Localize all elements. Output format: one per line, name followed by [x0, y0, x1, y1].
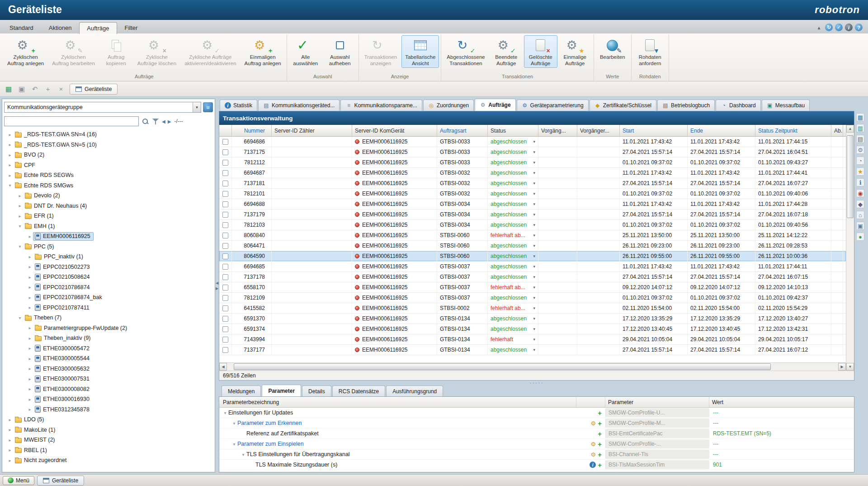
detail-tab-ausführungsgrund[interactable]: Ausführungsgrund [386, 386, 443, 396]
status-dropdown-icon[interactable]: ▾ [533, 337, 535, 342]
status-dropdown-icon[interactable]: ▾ [533, 285, 535, 290]
tree-item-ethe0312345878[interactable]: ▸ETHE0312345878 [4, 405, 213, 415]
tree-item-eppc0210787411[interactable]: ▸EPPC0210787411 [4, 303, 213, 313]
status-dropdown-icon[interactable]: ▾ [533, 191, 535, 196]
tree-item-ethe0300005544[interactable]: ▸ETHE0300005544 [4, 353, 213, 364]
tree-item-eppc0210508624[interactable]: ▸EPPC0210508624 [4, 272, 213, 282]
table-row[interactable]: 7137177EEMH0006116925GTBSI-0134abgeschlo… [219, 345, 846, 355]
tree-item-rbel-1[interactable]: ▸RBEL (1) [4, 445, 213, 456]
group-manage-button[interactable]: ≡ [203, 102, 213, 112]
column-header-parameterbezeichnung[interactable]: Parameterbezeichnung [219, 397, 576, 407]
menu-tab-filter[interactable]: Filter [117, 22, 146, 33]
expand-icon[interactable]: ▸ [7, 417, 13, 422]
expand-icon[interactable]: ▸ [7, 448, 13, 453]
status-dropdown-icon[interactable]: ▾ [533, 306, 535, 310]
tree-item-ethe0300005472[interactable]: ▸ETHE0300005472 [4, 343, 213, 354]
table-row[interactable]: 8064471EEMH0006116925STBSI-0060abgeschlo… [219, 241, 846, 251]
detail-tab-rcs-datensätze[interactable]: RCS Datensätze [332, 386, 385, 396]
table-row[interactable]: 6694685EEMH0006116925GTBSI-0037abgeschlo… [219, 262, 846, 272]
row-checkbox[interactable] [222, 170, 228, 176]
detail-tab-details[interactable]: Details [302, 386, 331, 396]
table-row[interactable]: 8064590EEMH0006116925STBSI-0060abgeschlo… [219, 251, 846, 262]
row-checkbox[interactable] [222, 295, 228, 301]
row-checkbox[interactable] [222, 264, 228, 270]
add-icon[interactable]: + [598, 451, 602, 458]
row-checkbox[interactable] [222, 243, 228, 249]
column-header-vorgaenger[interactable]: Vorgänger... [577, 125, 620, 136]
parameter-row[interactable]: ▾Einstellungen für Updates+SMGW-ComProfi… [219, 408, 854, 418]
vertical-scrollbar[interactable]: ▲ ▼ [846, 125, 854, 371]
scroll-left-icon[interactable]: ◀ [219, 363, 227, 371]
ribbon-button-einmalige-aufträge[interactable]: ⚙★Einmalige Aufträge [558, 35, 592, 68]
status-dropdown-icon[interactable]: ▾ [533, 295, 535, 300]
info-icon[interactable]: i [845, 24, 853, 31]
tree-item-_rds-test.gwa-sn4-16[interactable]: ▸_RDS-TEST.GWA SN=4 (16) [4, 129, 213, 140]
tree-item-devolo-2[interactable]: ▸Devolo (2) [4, 191, 213, 201]
row-checkbox[interactable] [222, 274, 228, 280]
table-row[interactable]: 8060840EEMH0006116925STBSI-0060fehlerhaf… [219, 230, 846, 241]
gear-icon[interactable]: ⚙ [591, 441, 596, 447]
status-dropdown-icon[interactable]: ▾ [533, 316, 535, 321]
menu-button[interactable]: Menü [3, 476, 34, 485]
column-header-status_zeitpunkt[interactable]: Status Zeitpunkt [755, 125, 831, 136]
collapse-icon[interactable]: ▾ [17, 315, 23, 320]
table-row[interactable]: 6694686EEMH0006116925GTBSI-0033abgeschlo… [219, 137, 846, 147]
row-checkbox[interactable] [222, 149, 228, 155]
parameter-row[interactable]: ▾Parameter zum Einspielen⚙+SMGW-ComProfi… [219, 439, 854, 449]
tree-item-ppc-5[interactable]: ▾PPC (5) [4, 242, 213, 252]
status-dropdown-icon[interactable]: ▾ [533, 202, 535, 206]
prev-match-icon[interactable]: ◀ [162, 119, 165, 124]
expand-icon[interactable]: ▸ [7, 152, 13, 157]
tree-item-ethe0300007531[interactable]: ▸ETHE0300007531 [4, 374, 213, 384]
detail-tab-meldungen[interactable]: Meldungen [222, 386, 261, 396]
expand-icon[interactable]: ▸ [17, 203, 23, 208]
tree-item-ldo-5[interactable]: ▸LDO (5) [4, 415, 213, 425]
status-dropdown-icon[interactable]: ▾ [533, 327, 535, 331]
next-match-icon[interactable]: ▶ [168, 119, 171, 124]
tree-item-makolite-1[interactable]: ▸MakoLite (1) [4, 425, 213, 435]
expand-icon[interactable]: ▸ [27, 346, 33, 351]
tree-item-eppc0210502273[interactable]: ▸EPPC0210502273 [4, 262, 213, 272]
delete-icon[interactable]: × [57, 85, 65, 93]
row-checkbox[interactable] [222, 253, 228, 259]
row-checkbox[interactable] [222, 222, 228, 228]
ribbon-button-alle-auswählen[interactable]: ✓Alle auswählen [289, 35, 322, 68]
ribbon-button-beendete-aufträge[interactable]: ⚙✓Beendete Aufträge [490, 35, 523, 68]
tab-betriebslogbuch[interactable]: ▤Betriebslogbuch [657, 100, 715, 111]
expand-icon[interactable]: ▸ [27, 254, 33, 259]
menu-tab-aufträge[interactable]: Aufträge [79, 22, 117, 34]
tree-item-bvo-2[interactable]: ▸BVO (2) [4, 150, 213, 160]
row-checkbox[interactable] [222, 326, 228, 332]
help-icon[interactable]: ? [855, 24, 863, 31]
row-checkbox[interactable] [222, 285, 228, 291]
tree-item-echte-rds-segws[interactable]: ▸Echte RDS SEGWs [4, 170, 213, 181]
ribbon-button-tabellarische-ansicht[interactable]: Tabellarische Ansicht [401, 35, 439, 68]
add-icon[interactable]: + [598, 441, 602, 448]
panel-cert-icon[interactable]: ◆ [856, 200, 864, 208]
tree-item-nicht-zugeordnet[interactable]: ▸Nicht zugeordnet [4, 455, 213, 466]
tree-item-theben-7[interactable]: ▾Theben (7) [4, 313, 213, 323]
add-icon[interactable]: + [44, 85, 52, 93]
column-header-start[interactable]: Start [620, 125, 688, 136]
column-header-ab[interactable]: Ab... [831, 125, 843, 136]
expand-icon[interactable]: ▸ [27, 336, 33, 341]
document-chip[interactable]: Geräteliste [70, 84, 118, 95]
tree-item-dnt-dr.-neuhaus-4[interactable]: ▸DNT Dr. Neuhaus (4) [4, 201, 213, 211]
status-dropdown-icon[interactable]: ▾ [533, 160, 535, 165]
collapse-icon[interactable]: ▾ [231, 421, 237, 426]
expand-icon[interactable]: ▸ [7, 162, 13, 167]
add-icon[interactable]: + [598, 420, 602, 427]
panel-pin-icon[interactable]: ◉ [856, 189, 864, 197]
save-icon[interactable]: ▣ [18, 85, 26, 93]
search-icon[interactable] [141, 117, 149, 125]
expand-icon[interactable]: ▸ [7, 132, 13, 137]
status-dropdown-icon[interactable]: ▾ [533, 254, 535, 258]
panel-info-icon[interactable]: ℹ [856, 178, 864, 186]
table-row[interactable]: 6558170EEMH0006116925GTBSI-0037fehlerhaf… [219, 282, 846, 293]
expand-icon[interactable]: ▸ [27, 285, 33, 290]
expand-icon[interactable]: ▸ [27, 376, 33, 381]
parameter-row[interactable]: Referenz auf Zertifikatspaket+BSI-EmtCer… [219, 429, 854, 439]
ribbon-button-zyklischen-auftrag-anlegen[interactable]: ⚙+Zyklischen Auftrag anlegen [4, 35, 47, 68]
gear-icon[interactable]: ⚙ [591, 452, 596, 457]
tab-messaufbau[interactable]: ▣Messaufbau [762, 100, 810, 111]
